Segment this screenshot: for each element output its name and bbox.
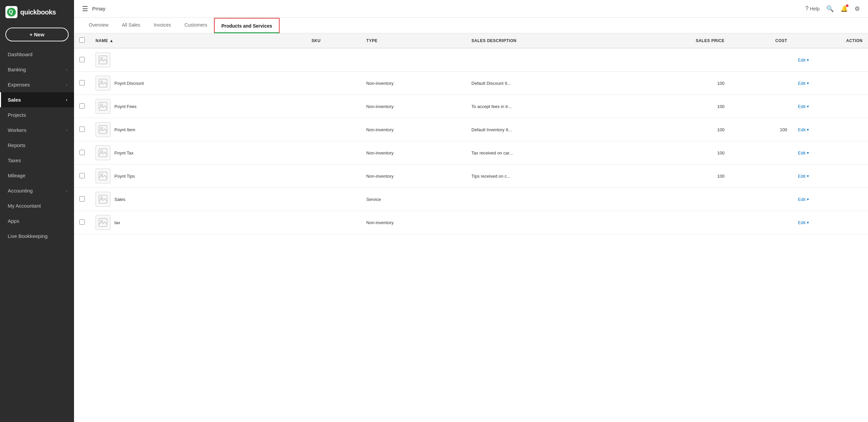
cost-column-header[interactable]: COST — [730, 33, 792, 48]
tab-invoices[interactable]: Invoices — [147, 18, 178, 33]
sidebar-item-workers[interactable]: Workers › — [0, 122, 74, 138]
edit-label: Edit — [798, 174, 805, 179]
product-cost-cell — [730, 164, 792, 188]
product-name-cell — [90, 48, 306, 72]
product-thumbnail — [96, 53, 110, 67]
edit-button[interactable]: Edit ▼ — [798, 150, 809, 155]
tab-overview[interactable]: Overview — [82, 18, 115, 33]
product-sales-price-cell: 100 — [620, 95, 730, 118]
product-action-cell: Edit ▼ — [793, 188, 868, 211]
sku-column-header[interactable]: SKU — [306, 33, 361, 48]
dropdown-arrow-icon: ▼ — [806, 82, 809, 85]
topbar-right: ? Help 🔍 🔔 ⚙ — [805, 5, 860, 12]
product-name-cell: Poynt Tax — [90, 141, 306, 164]
row-checkbox[interactable] — [80, 80, 85, 86]
tab-customers[interactable]: Customers — [178, 18, 214, 33]
products-table: NAME ▲ SKU TYPE SALES DESCRIPTION SALES … — [74, 33, 868, 234]
new-button[interactable]: + New — [5, 28, 69, 41]
sidebar-item-banking[interactable]: Banking › — [0, 62, 74, 77]
edit-label: Edit — [798, 104, 805, 109]
row-checkbox[interactable] — [80, 196, 85, 202]
row-checkbox[interactable] — [80, 57, 85, 62]
svg-rect-4 — [99, 79, 107, 87]
svg-point-3 — [101, 58, 103, 60]
product-sales-price-cell — [620, 48, 730, 72]
svg-point-11 — [101, 150, 103, 152]
table-row: Poynt FeesNon-inventoryTo accept fees in… — [74, 95, 868, 118]
help-label: Help — [810, 6, 819, 11]
sidebar-item-my-accountant[interactable]: My Accountant — [0, 198, 74, 213]
sidebar-item-reports[interactable]: Reports — [0, 138, 74, 153]
edit-button[interactable]: Edit ▼ — [798, 127, 809, 132]
sidebar-item-expenses[interactable]: Expenses › — [0, 77, 74, 92]
tab-all-sales[interactable]: All Sales — [115, 18, 147, 33]
sidebar-item-mileage[interactable]: Mileage — [0, 168, 74, 183]
edit-button[interactable]: Edit ▼ — [798, 197, 809, 202]
sidebar-item-dashboard[interactable]: Dashboard — [0, 47, 74, 62]
table-row: SalesServiceEdit ▼ — [74, 188, 868, 211]
product-type-cell: Non-inventory — [361, 141, 466, 164]
row-checkbox[interactable] — [80, 173, 85, 178]
sidebar-item-projects[interactable]: Projects — [0, 107, 74, 122]
row-checkbox[interactable] — [80, 150, 85, 155]
sidebar-item-live-bookkeeping[interactable]: Live Bookkeeping — [0, 229, 74, 244]
row-checkbox-cell — [74, 141, 90, 164]
sidebar-item-label: Apps — [8, 218, 19, 224]
product-sales-price-cell: 100 — [620, 118, 730, 141]
sidebar: Q quickbooks + New Dashboard Banking › E… — [0, 0, 74, 422]
svg-rect-6 — [99, 102, 107, 110]
search-button[interactable]: 🔍 — [826, 5, 834, 12]
select-all-checkbox[interactable] — [80, 37, 85, 43]
sidebar-nav: Dashboard Banking › Expenses › Sales › P… — [0, 47, 74, 422]
quickbooks-logo-icon: Q — [5, 6, 18, 18]
sidebar-item-label: Mileage — [8, 173, 26, 178]
chevron-right-icon: › — [66, 188, 67, 193]
dropdown-arrow-icon: ▼ — [806, 198, 809, 201]
type-column-header[interactable]: TYPE — [361, 33, 466, 48]
sales-description-column-header[interactable]: SALES DESCRIPTION — [466, 33, 620, 48]
table-row: Poynt TaxNon-inventoryTax received on ca… — [74, 141, 868, 164]
svg-point-9 — [101, 127, 103, 129]
settings-button[interactable]: ⚙ — [855, 5, 860, 12]
sales-price-column-header[interactable]: SALES PRICE — [620, 33, 730, 48]
edit-button[interactable]: Edit ▼ — [798, 58, 809, 63]
action-column-header: ACTION — [793, 33, 868, 48]
svg-rect-10 — [99, 149, 107, 157]
product-description-cell: Default Discount It... — [466, 72, 620, 95]
row-checkbox[interactable] — [80, 219, 85, 225]
product-sku-cell — [306, 164, 361, 188]
search-icon: 🔍 — [826, 5, 834, 12]
edit-button[interactable]: Edit ▼ — [798, 81, 809, 86]
help-button[interactable]: ? Help — [805, 5, 819, 12]
product-thumbnail — [96, 76, 110, 91]
product-sales-price-cell: 100 — [620, 141, 730, 164]
product-sku-cell — [306, 211, 361, 234]
product-cost-cell — [730, 95, 792, 118]
sidebar-item-accounting[interactable]: Accounting › — [0, 183, 74, 198]
edit-button[interactable]: Edit ▼ — [798, 174, 809, 179]
sidebar-item-apps[interactable]: Apps — [0, 213, 74, 229]
product-action-cell: Edit ▼ — [793, 211, 868, 234]
edit-label: Edit — [798, 220, 805, 225]
product-sales-price-cell: 100 — [620, 72, 730, 95]
svg-point-15 — [101, 197, 103, 199]
product-action-cell: Edit ▼ — [793, 72, 868, 95]
edit-button[interactable]: Edit ▼ — [798, 220, 809, 225]
product-cost-cell — [730, 48, 792, 72]
edit-button[interactable]: Edit ▼ — [798, 104, 809, 109]
product-name: Poynt Discount — [114, 81, 144, 86]
help-circle-icon: ? — [805, 5, 808, 12]
notifications-button[interactable]: 🔔 — [840, 5, 848, 12]
sidebar-item-sales[interactable]: Sales › — [0, 92, 74, 107]
hamburger-icon[interactable]: ☰ — [82, 5, 88, 13]
table-row: Edit ▼ — [74, 48, 868, 72]
sidebar-item-taxes[interactable]: Taxes — [0, 153, 74, 168]
topbar: ☰ Prnay ? Help 🔍 🔔 ⚙ — [74, 0, 868, 18]
row-checkbox[interactable] — [80, 126, 85, 132]
svg-point-5 — [101, 81, 103, 83]
name-column-header[interactable]: NAME ▲ — [90, 33, 306, 48]
row-checkbox[interactable] — [80, 103, 85, 109]
product-sales-price-cell: 100 — [620, 164, 730, 188]
tab-products-services[interactable]: Products and Services — [214, 18, 280, 33]
product-type-cell: Non-inventory — [361, 211, 466, 234]
